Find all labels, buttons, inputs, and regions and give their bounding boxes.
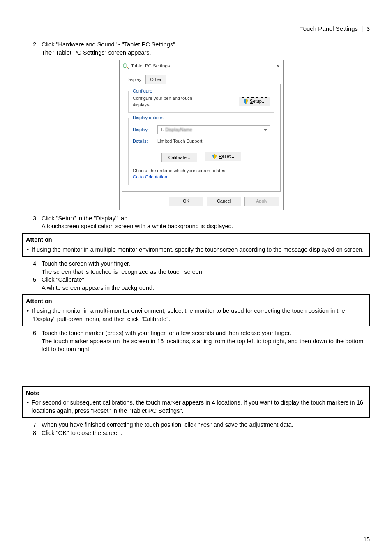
step-8: 8.Click "OK" to close the screen. (33, 429, 370, 437)
setup-button[interactable]: Setup... (239, 97, 270, 106)
step-2: 2.Click "Hardware and Sound" - "Tablet P… (33, 41, 370, 57)
cancel-button[interactable]: Cancel (207, 197, 241, 206)
attention-heading: Attention (26, 297, 366, 305)
details-label: Details: (133, 138, 157, 144)
step-4: 4.Touch the screen with your finger. The… (33, 260, 370, 276)
svg-rect-1 (125, 65, 126, 65)
go-to-orientation-link[interactable]: Go to Orientation (133, 174, 167, 179)
close-icon[interactable]: × (277, 63, 280, 69)
tab-other[interactable]: Other (145, 75, 166, 84)
note-heading: Note (26, 389, 366, 398)
ok-button[interactable]: OK (169, 197, 203, 206)
tab-display[interactable]: Display (122, 75, 146, 84)
step-3: 3.Click "Setup" in the "Display" tab. A … (33, 215, 370, 231)
calibrate-button[interactable]: Calibrate... (161, 153, 197, 162)
attention-text: If using the monitor in a multi-monitor … (26, 307, 366, 323)
tablet-pc-settings-figure: Tablet PC Settings × Display Other Confi… (119, 60, 284, 210)
reset-button[interactable]: Reset... (205, 152, 241, 161)
rotate-order-text: Choose the order in which your screen ro… (133, 168, 270, 174)
note-text: For second or subsequent calibrations, t… (26, 399, 366, 415)
configure-legend: Configure (131, 88, 154, 94)
configure-text: Configure your pen and touch displays. (133, 95, 207, 108)
details-value: Limited Touch Support (157, 138, 202, 144)
display-options-legend: Display options (131, 115, 165, 121)
display-select[interactable]: 1. DisplayName (157, 125, 270, 134)
page-number: 15 (363, 536, 370, 543)
attention-box-2: Attention If using the monitor in a mult… (22, 294, 370, 326)
step-5: 5.Click "Calibrate". A white screen appe… (33, 276, 370, 292)
attention-text: If using the monitor in a multiple monit… (26, 246, 366, 254)
step-7: 7.When you have finished correcting the … (33, 421, 370, 429)
svg-rect-0 (124, 64, 126, 68)
touch-marker-cross-icon (22, 358, 370, 382)
attention-heading: Attention (26, 236, 366, 244)
shield-icon (212, 154, 217, 159)
page-header: Touch Panel Settings | 3 (22, 25, 370, 33)
shield-icon (243, 99, 248, 104)
apply-button[interactable]: Apply (244, 197, 279, 206)
step-6: 6.Touch the touch marker (cross) with yo… (33, 329, 370, 354)
display-label: Display: (133, 127, 157, 133)
note-box: Note For second or subsequent calibratio… (22, 386, 370, 418)
tablet-icon (123, 63, 129, 69)
dialog-title: Tablet PC Settings (131, 63, 170, 69)
attention-box-1: Attention If using the monitor in a mult… (22, 233, 370, 257)
